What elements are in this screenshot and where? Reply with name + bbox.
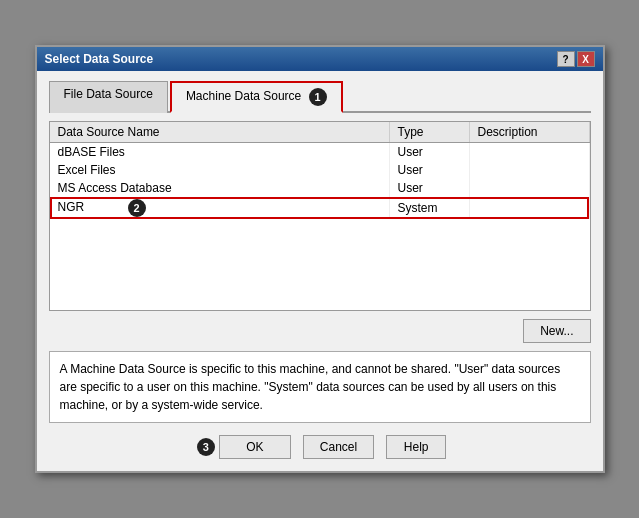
cancel-button[interactable]: Cancel (303, 435, 374, 459)
col-header-type: Type (389, 122, 469, 143)
data-source-table-container: Data Source Name Type Description dBASE … (49, 121, 591, 311)
ok-btn-area: 3 OK (193, 435, 291, 459)
dialog-body: File Data Source Machine Data Source 1 D… (37, 71, 603, 471)
new-button-area: New... (49, 319, 591, 343)
annotation-1: 1 (309, 88, 327, 106)
row-name: MS Access Database (50, 179, 390, 197)
row-type: User (389, 179, 469, 197)
select-data-source-dialog: Select Data Source ? X File Data Source … (35, 45, 605, 473)
new-button[interactable]: New... (523, 319, 590, 343)
bottom-buttons: 3 OK Cancel Help (49, 435, 591, 459)
help-icon-button[interactable]: ? (557, 51, 575, 67)
row-description (469, 161, 589, 179)
row-name: Excel Files (50, 161, 390, 179)
row-name: NGR 2 (50, 197, 390, 219)
table-row-selected[interactable]: NGR 2 System (50, 197, 590, 219)
row-description (469, 179, 589, 197)
table-row[interactable]: dBASE Files User (50, 143, 590, 162)
row-type: User (389, 143, 469, 162)
help-button[interactable]: Help (386, 435, 446, 459)
row-description (469, 143, 589, 162)
data-source-table: Data Source Name Type Description dBASE … (50, 122, 590, 219)
row-description (469, 197, 589, 219)
row-type: User (389, 161, 469, 179)
annotation-2: 2 (128, 199, 146, 217)
tab-file-data-source[interactable]: File Data Source (49, 81, 168, 113)
info-text: A Machine Data Source is specific to thi… (60, 362, 561, 412)
tabs-container: File Data Source Machine Data Source 1 (49, 79, 591, 113)
table-row[interactable]: Excel Files User (50, 161, 590, 179)
title-bar: Select Data Source ? X (37, 47, 603, 71)
table-header-row: Data Source Name Type Description (50, 122, 590, 143)
tab-machine-data-source[interactable]: Machine Data Source 1 (170, 81, 343, 113)
title-bar-buttons: ? X (557, 51, 595, 67)
close-button[interactable]: X (577, 51, 595, 67)
row-name: dBASE Files (50, 143, 390, 162)
ok-button[interactable]: OK (219, 435, 291, 459)
col-header-description: Description (469, 122, 589, 143)
row-type: System (389, 197, 469, 219)
table-row[interactable]: MS Access Database User (50, 179, 590, 197)
dialog-title: Select Data Source (45, 52, 154, 66)
info-description-box: A Machine Data Source is specific to thi… (49, 351, 591, 423)
annotation-3: 3 (197, 438, 215, 456)
col-header-name: Data Source Name (50, 122, 390, 143)
